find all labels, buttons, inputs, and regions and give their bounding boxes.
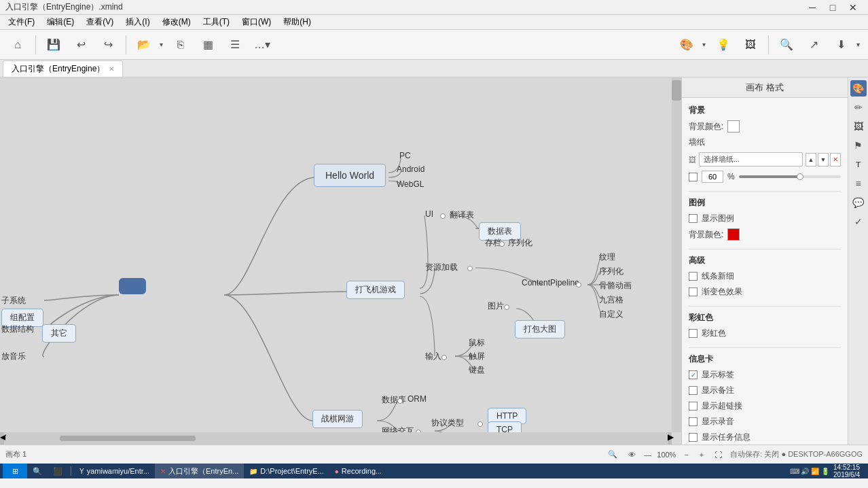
template-button[interactable]: ▦ [196, 33, 220, 57]
vertical-scrollbar[interactable] [672, 77, 681, 432]
fullscreen-btn[interactable]: ⛶ [712, 451, 725, 459]
share-button[interactable]: ↗ [801, 33, 826, 57]
wallpaper-clear[interactable]: ✕ [830, 153, 841, 167]
taskbar-search[interactable]: 🔍 [27, 464, 48, 478]
task-button[interactable]: ☰ [223, 33, 247, 57]
list-icon-btn[interactable]: ≡ [850, 175, 867, 192]
central-node[interactable] [119, 278, 146, 294]
menu-tools[interactable]: 工具(T) [198, 15, 235, 29]
menu-edit[interactable]: 编辑(E) [41, 15, 79, 29]
translate-table-node[interactable]: 翻译表 [450, 209, 474, 221]
check-icon-btn[interactable]: ✓ [850, 213, 867, 230]
format-icon-btn[interactable]: 🎨 [850, 80, 867, 97]
menu-file[interactable]: 文件(F) [3, 15, 40, 29]
taskbar-taskview[interactable]: ⬛ [48, 464, 68, 478]
save-button[interactable]: 💾 [41, 33, 66, 57]
image-panel-button[interactable]: 🖼 [738, 33, 763, 57]
mouse-node[interactable]: 鼠标 [469, 337, 485, 349]
orm-node[interactable]: ORM [408, 394, 427, 404]
input-node[interactable]: 输入 [425, 351, 441, 362]
zoom-fit-btn[interactable]: 👁 [626, 451, 638, 459]
flag-icon-btn[interactable]: ⚑ [850, 137, 867, 154]
texture-node[interactable]: 纹理 [599, 251, 615, 263]
rainbow-effect-checkbox[interactable] [689, 287, 698, 296]
pack-map-node[interactable]: 打包大图 [515, 320, 565, 338]
open-button[interactable]: 📂 [132, 33, 156, 57]
airplane-game-node[interactable]: 打飞机游戏 [346, 281, 405, 299]
text-icon-btn[interactable]: T [850, 156, 867, 173]
show-link-checkbox[interactable] [689, 402, 698, 411]
show-comment-checkbox[interactable] [689, 386, 698, 395]
zoom-dec-btn[interactable]: − [681, 451, 691, 459]
canvas-area[interactable]: Hello World PC Android WebGL 打飞机游戏 UI 翻译… [0, 77, 681, 445]
opacity-checkbox[interactable] [689, 173, 698, 181]
zoom-inc-btn[interactable]: + [697, 451, 706, 459]
more-button[interactable]: …▾ [250, 33, 274, 57]
play-music-node[interactable]: 放音乐 [1, 351, 26, 362]
export-dropdown[interactable]: ▾ [853, 33, 863, 57]
nine-grid-node[interactable]: 九宫格 [599, 294, 623, 306]
bg-color-picker[interactable] [727, 120, 740, 133]
image-node[interactable]: 图片 [488, 300, 504, 312]
wallpaper-select-btn[interactable]: 选择墙纸... [699, 152, 803, 167]
home-button[interactable]: ⌂ [5, 33, 30, 57]
keyboard-node[interactable]: 键盘 [469, 364, 485, 376]
show-label-checkbox[interactable]: ✓ [689, 370, 698, 379]
rainbow-checkbox[interactable] [689, 329, 698, 338]
menu-modify[interactable]: 修改(M) [157, 15, 196, 29]
chess-game-node[interactable]: 战棋网游 [312, 410, 363, 428]
touch-node[interactable]: 触屏 [469, 351, 485, 362]
show-legend-checkbox[interactable] [689, 214, 698, 223]
wallpaper-down[interactable]: ▼ [818, 153, 829, 167]
menu-insert[interactable]: 插入(I) [120, 15, 155, 29]
horizontal-scrollbar[interactable]: ◀ ▶ [0, 432, 672, 445]
clone-button[interactable]: ⎘ [168, 33, 193, 57]
legend-color-picker[interactable] [727, 228, 740, 241]
open-dropdown[interactable]: ▾ [156, 33, 166, 57]
redo-button[interactable]: ↪ [96, 33, 120, 57]
data-structure-node[interactable]: 数据结构 [1, 324, 34, 335]
serialize-node[interactable]: 序列化 [508, 237, 532, 249]
export-button[interactable]: ⬇ [829, 33, 853, 57]
menu-window[interactable]: 窗口(W) [236, 15, 276, 29]
slider-thumb[interactable] [797, 173, 803, 180]
pc-node[interactable]: PC [399, 151, 411, 160]
taskbar-app-0[interactable]: Y yamiwamiyu/Entr... [74, 464, 155, 478]
show-voice-checkbox[interactable] [689, 417, 698, 426]
opacity-slider[interactable] [739, 175, 841, 178]
zoom-out-btn[interactable]: 🔍 [605, 450, 620, 459]
custom-node[interactable]: 自定义 [599, 309, 623, 320]
image-icon-btn[interactable]: 🖼 [850, 118, 867, 135]
close-button[interactable]: ✕ [844, 1, 863, 14]
style-button[interactable]: 🎨 [674, 33, 699, 57]
clock[interactable]: 14:52:15 2019/6/4 [833, 464, 860, 478]
main-tab[interactable]: 入口引擎（EntryEngine） ✕ [3, 60, 123, 77]
chat-icon-btn[interactable]: 💬 [850, 194, 867, 211]
start-button[interactable]: ⊞ [3, 464, 27, 478]
taskbar-app-1[interactable]: ✕ 入口引擎（EntryEn... [155, 464, 244, 478]
style-dropdown[interactable]: ▾ [699, 33, 708, 57]
serialization-node[interactable]: 序列化 [599, 266, 623, 277]
other-node[interactable]: 其它 [42, 324, 76, 343]
light-button[interactable]: 💡 [711, 33, 736, 57]
tab-close-icon[interactable]: ✕ [109, 65, 114, 73]
opacity-input[interactable] [702, 171, 723, 183]
content-pipeline-node[interactable]: ContentPipeline [522, 278, 579, 287]
android-node[interactable]: Android [397, 164, 424, 174]
zoom-button[interactable]: 🔍 [774, 33, 799, 57]
webgl-node[interactable]: WebGL [397, 179, 424, 189]
resource-load-node[interactable]: 资源加载 [425, 262, 458, 273]
menu-view[interactable]: 查看(V) [81, 15, 119, 29]
subsystem-node[interactable]: 子系统 [1, 295, 26, 307]
protocol-type-node[interactable]: 协议类型 [431, 417, 464, 429]
wallpaper-up[interactable]: ▲ [806, 153, 816, 167]
style-icon-btn[interactable]: ✏ [850, 99, 867, 116]
hello-world-node[interactable]: Hello World [314, 164, 386, 187]
maximize-button[interactable]: □ [823, 1, 842, 14]
minimize-button[interactable]: ─ [803, 1, 822, 14]
line-wrap-checkbox[interactable] [689, 272, 698, 281]
taskbar-app-3[interactable]: ● Recording... [329, 464, 387, 478]
ui-node[interactable]: UI [425, 209, 433, 219]
show-task-checkbox[interactable] [689, 433, 698, 442]
taskbar-app-2[interactable]: 📁 D:\Project\EntryE... [244, 464, 329, 478]
